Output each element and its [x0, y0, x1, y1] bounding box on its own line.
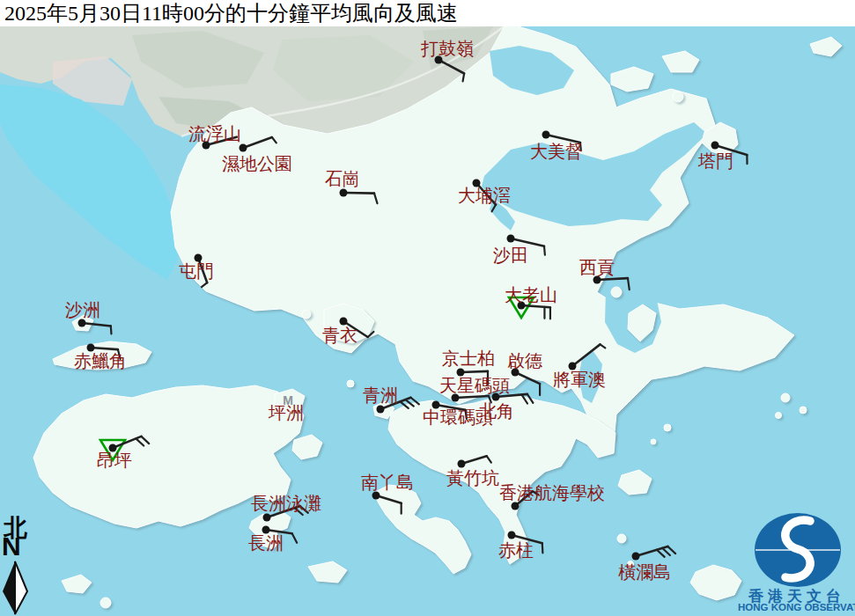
hko-wind-map-screen: 打鼓嶺流浮山濕地公園石崗大美督塔門大埔滘沙田屯門西貢大老山沙洲赤鱲角青衣京士柏啟… — [0, 0, 855, 616]
hko-logo-english-name: HONG KONG OBSERVATORY — [738, 602, 855, 612]
hko-logo-icon — [755, 513, 841, 587]
hong-kong-basemap — [0, 0, 855, 616]
map-title: 2025年5月30日11時00分的十分鐘平均風向及風速 — [0, 0, 855, 26]
north-label-letter: N — [2, 533, 21, 560]
